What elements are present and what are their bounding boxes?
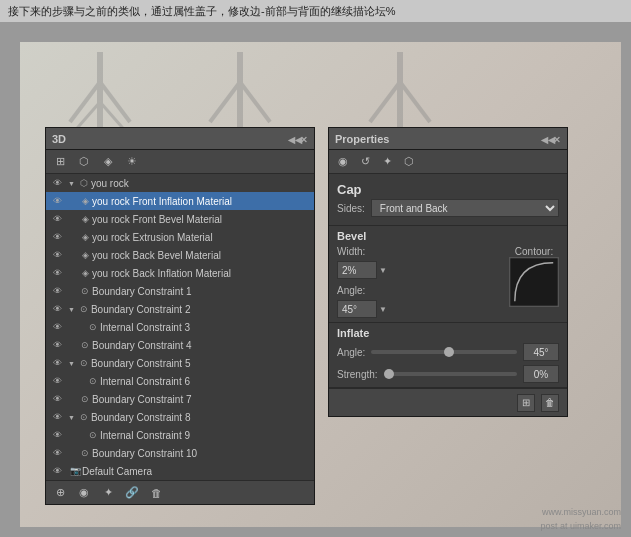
banner-text: 接下来的步骤与之前的类似，通过属性盖子，修改边-前部与背面的继续描论坛%	[8, 4, 395, 19]
eye-icon-13[interactable]: 👁	[50, 410, 64, 424]
panel-3d-close-btn[interactable]: ✕	[300, 135, 308, 143]
bevel-angle-input[interactable]	[337, 300, 377, 318]
layer-type-icon-5: ◈	[78, 266, 92, 280]
eye-icon-11[interactable]: 👁	[50, 374, 64, 388]
toolbar-scene-icon[interactable]: ⊞	[52, 154, 68, 170]
bevel-width-input[interactable]	[337, 261, 377, 279]
layer-item-6[interactable]: 👁 ⊙ Boundary Constraint 1	[46, 282, 314, 300]
bevel-width-input-row: ▼	[337, 261, 501, 279]
eye-icon-16[interactable]: 👁	[50, 464, 64, 478]
eye-icon-6[interactable]: 👁	[50, 284, 64, 298]
arrow-icon-0[interactable]: ▼	[68, 180, 75, 187]
layer-item-7[interactable]: 👁 ▼ ⊙ Boundary Constraint 2	[46, 300, 314, 318]
layer-name-3: you rock Extrusion Material	[92, 232, 314, 243]
footer-target-icon[interactable]: ◉	[76, 485, 92, 501]
layer-type-icon-12: ⊙	[78, 392, 92, 406]
layer-item-5[interactable]: 👁 ◈ you rock Back Inflation Material	[46, 264, 314, 282]
layer-type-icon-9: ⊙	[78, 338, 92, 352]
eye-icon-8[interactable]: 👁	[50, 320, 64, 334]
inflate-angle-value: 45°	[523, 343, 559, 361]
inflate-strength-handle	[384, 369, 394, 379]
footer-link-icon[interactable]: 🔗	[124, 485, 140, 501]
layer-item-2[interactable]: 👁 ◈ you rock Front Bevel Material	[46, 210, 314, 228]
contour-preview[interactable]	[509, 257, 559, 307]
panel-3d-collapse-btn[interactable]: ◀◀	[288, 135, 296, 143]
layer-type-icon-14: ⊙	[86, 428, 100, 442]
sides-label: Sides:	[337, 203, 365, 214]
eye-icon-2[interactable]: 👁	[50, 212, 64, 226]
arrow-icon-13[interactable]: ▼	[68, 414, 75, 421]
panel-props-collapse-btn[interactable]: ◀◀	[541, 135, 549, 143]
bevel-content: Width: ▼ Angle: ▼ Contou	[337, 246, 559, 318]
footer-trash-btn[interactable]: 🗑	[541, 394, 559, 412]
layer-type-icon-1: ◈	[78, 194, 92, 208]
panel-3d: 3D ◀◀ ✕ ⊞ ⬡ ◈ ☀ 👁 ▼ ⬡ you rock 👁	[45, 127, 315, 505]
eye-icon-0[interactable]: 👁	[50, 176, 64, 190]
panel-properties: Properties ◀◀ ✕ ◉ ↺ ✦ ⬡ Cap Sides: Front…	[328, 127, 568, 417]
eye-icon-14[interactable]: 👁	[50, 428, 64, 442]
props-icon-hex[interactable]: ⬡	[401, 154, 417, 170]
arrow-icon-10[interactable]: ▼	[68, 360, 75, 367]
layer-item-15[interactable]: 👁 ⊙ Boundary Constraint 10	[46, 444, 314, 462]
footer-add-icon[interactable]: ⊕	[52, 485, 68, 501]
layer-name-6: Boundary Constraint 1	[92, 286, 314, 297]
eye-icon-10[interactable]: 👁	[50, 356, 64, 370]
layer-item-10[interactable]: 👁 ▼ ⊙ Boundary Constraint 5	[46, 354, 314, 372]
bevel-left: Width: ▼ Angle: ▼	[337, 246, 501, 318]
layer-item-1[interactable]: 👁 ◈ you rock Front Inflation Material	[46, 192, 314, 210]
panel-props-title: Properties	[335, 133, 389, 145]
eye-icon-4[interactable]: 👁	[50, 248, 64, 262]
panel-3d-header-controls: ◀◀ ✕	[288, 135, 308, 143]
layer-item-0[interactable]: 👁 ▼ ⬡ you rock	[46, 174, 314, 192]
bevel-angle-arrow[interactable]: ▼	[379, 305, 387, 314]
toolbar-light-icon[interactable]: ☀	[124, 154, 140, 170]
svg-line-6	[210, 82, 240, 122]
eye-icon-9[interactable]: 👁	[50, 338, 64, 352]
props-icon-star[interactable]: ✦	[379, 154, 395, 170]
panel-props-close-btn[interactable]: ✕	[553, 135, 561, 143]
layer-item-9[interactable]: 👁 ⊙ Boundary Constraint 4	[46, 336, 314, 354]
props-toolbar-icons: ◉ ↺ ✦ ⬡	[335, 154, 417, 170]
sides-select[interactable]: Front and Back Front Only Back Only None	[371, 199, 559, 217]
inflate-angle-slider[interactable]	[371, 350, 517, 354]
footer-delete-icon[interactable]: 🗑	[148, 485, 164, 501]
inflate-title: Inflate	[337, 327, 559, 343]
layer-type-icon-0: ⬡	[77, 176, 91, 190]
toolbar-mesh-icon[interactable]: ⬡	[76, 154, 92, 170]
panel-3d-toolbar: ⊞ ⬡ ◈ ☀	[46, 150, 314, 174]
watermark2: www.missyuan.com	[542, 507, 621, 517]
layer-item-12[interactable]: 👁 ⊙ Boundary Constraint 7	[46, 390, 314, 408]
inflate-strength-slider[interactable]	[384, 372, 517, 376]
layer-item-8[interactable]: 👁 ⊙ Internal Constraint 3	[46, 318, 314, 336]
layer-item-14[interactable]: 👁 ⊙ Internal Constraint 9	[46, 426, 314, 444]
eye-icon-7[interactable]: 👁	[50, 302, 64, 316]
layer-item-13[interactable]: 👁 ▼ ⊙ Boundary Constraint 8	[46, 408, 314, 426]
layer-list: 👁 ▼ ⬡ you rock 👁 ◈ you rock Front Inflat…	[46, 174, 314, 480]
svg-line-7	[240, 82, 270, 122]
eye-icon-15[interactable]: 👁	[50, 446, 64, 460]
eye-icon-5[interactable]: 👁	[50, 266, 64, 280]
layer-item-11[interactable]: 👁 ⊙ Internal Constraint 6	[46, 372, 314, 390]
bevel-width-arrow[interactable]: ▼	[379, 266, 387, 275]
watermark: post at uimaker.com	[540, 521, 621, 531]
layer-item-16[interactable]: 👁 📷 Default Camera	[46, 462, 314, 480]
toolbar-material-icon[interactable]: ◈	[100, 154, 116, 170]
footer-star-icon[interactable]: ✦	[100, 485, 116, 501]
cap-section: Cap Sides: Front and Back Front Only Bac…	[329, 174, 567, 226]
arrow-icon-7[interactable]: ▼	[68, 306, 75, 313]
props-icon-refresh[interactable]: ↺	[357, 154, 373, 170]
svg-line-10	[400, 82, 430, 122]
footer-grid-btn[interactable]: ⊞	[517, 394, 535, 412]
eye-icon-12[interactable]: 👁	[50, 392, 64, 406]
bevel-angle-input-row: ▼	[337, 300, 501, 318]
layer-name-5: you rock Back Inflation Material	[92, 268, 314, 279]
eye-icon-3[interactable]: 👁	[50, 230, 64, 244]
eye-icon-1[interactable]: 👁	[50, 194, 64, 208]
layer-name-15: Boundary Constraint 10	[92, 448, 314, 459]
bevel-angle-row: Angle:	[337, 285, 501, 296]
layer-item-3[interactable]: 👁 ◈ you rock Extrusion Material	[46, 228, 314, 246]
layer-item-4[interactable]: 👁 ◈ you rock Back Bevel Material	[46, 246, 314, 264]
layer-type-icon-3: ◈	[78, 230, 92, 244]
props-icon-sphere[interactable]: ◉	[335, 154, 351, 170]
layer-name-16: Default Camera	[82, 466, 314, 477]
